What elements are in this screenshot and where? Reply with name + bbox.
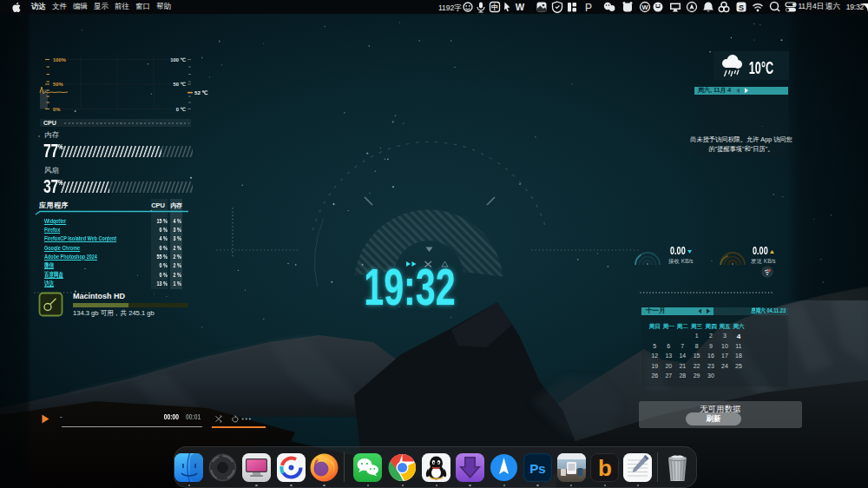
svg-text:Ps: Ps — [529, 460, 545, 475]
svg-text:100 ℃: 100 ℃ — [170, 57, 186, 63]
svg-text:b: b — [598, 455, 612, 481]
svg-text:W: W — [641, 3, 648, 11]
svg-text:W: W — [516, 2, 525, 12]
svg-text:P: P — [585, 2, 592, 14]
svg-text:S: S — [739, 3, 744, 12]
svg-text:100%: 100% — [53, 57, 66, 63]
svg-text:0%: 0% — [53, 107, 60, 112]
svg-text:50 ℃: 50 ℃ — [173, 82, 186, 87]
svg-text:0 ℃: 0 ℃ — [176, 107, 187, 112]
svg-text:中: 中 — [491, 3, 498, 11]
svg-text:50%: 50% — [53, 82, 63, 87]
svg-text:52 ℃: 52 ℃ — [194, 89, 208, 96]
